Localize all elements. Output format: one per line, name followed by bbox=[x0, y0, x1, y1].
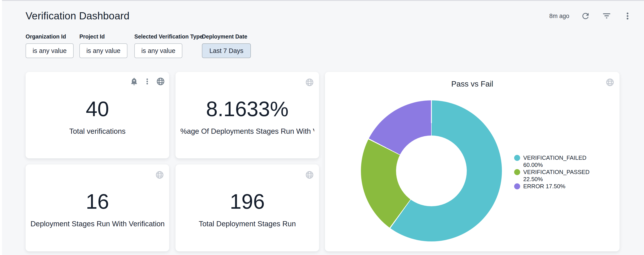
filter-field-deployment-date[interactable]: Last 7 Days bbox=[202, 43, 251, 58]
explore-from-here-button[interactable] bbox=[156, 77, 165, 86]
tile-label: Deployment Stages Run With Verification bbox=[30, 220, 164, 228]
kebab-menu-icon bbox=[623, 12, 632, 21]
header-actions: 8m ago bbox=[549, 11, 632, 21]
legend-swatch bbox=[514, 183, 520, 189]
add-alert-bell-icon bbox=[130, 77, 138, 86]
tile-total-verifications: 40 Total verifications bbox=[26, 72, 169, 158]
tile-menu-button[interactable] bbox=[144, 78, 151, 85]
chart-title: Pass vs Fail bbox=[325, 79, 620, 88]
kebab-menu-icon bbox=[144, 78, 151, 85]
legend-entry-verification-passed[interactable]: VERIFICATION_PASSED 22.50% bbox=[514, 168, 608, 183]
page-title: Verification Dashboard bbox=[26, 10, 130, 22]
legend-entry-error[interactable]: ERROR 17.50% bbox=[514, 183, 608, 190]
add-alert-button[interactable] bbox=[130, 77, 138, 86]
tile-value: 16 bbox=[26, 191, 169, 212]
legend-label: VERIFICATION_FAILED 60.00% bbox=[523, 154, 593, 168]
filter-label: Organization Id bbox=[26, 33, 74, 40]
globe-icon bbox=[156, 77, 165, 86]
tile-hover-actions bbox=[130, 77, 165, 86]
chart-legend: VERIFICATION_FAILED 60.00% VERIFICATION_… bbox=[514, 154, 608, 190]
tile-value: 40 bbox=[26, 99, 169, 119]
legend-label: VERIFICATION_PASSED 22.50% bbox=[523, 168, 593, 183]
tile-label: Total verifications bbox=[30, 127, 164, 136]
filter-field-verification-type[interactable]: is any value bbox=[134, 43, 182, 58]
filter-organization-id: Organization Id is any value bbox=[26, 33, 74, 58]
tile-total-stages-run: 196 Total Deployment Stages Run bbox=[176, 164, 319, 251]
filter-verification-type: Selected Verification Type is any value bbox=[134, 33, 203, 58]
filter-icon bbox=[602, 11, 612, 21]
tile-label: Total Deployment Stages Run bbox=[180, 220, 314, 228]
legend-entry-verification-failed[interactable]: VERIFICATION_FAILED 60.00% bbox=[514, 154, 608, 168]
tile-value: 196 bbox=[176, 191, 319, 212]
donut-hole bbox=[396, 136, 467, 206]
filter-label: Deployment Date bbox=[202, 33, 251, 40]
dashboard-filters-button[interactable] bbox=[602, 11, 612, 21]
page-left-edge bbox=[0, 0, 2, 255]
filter-label: Project Id bbox=[80, 33, 128, 40]
filter-deployment-date: Deployment Date Last 7 Days bbox=[202, 33, 251, 58]
filter-value: is any value bbox=[141, 47, 175, 55]
legend-swatch bbox=[514, 169, 520, 175]
filter-value: is any value bbox=[86, 47, 120, 55]
filter-value: is any value bbox=[32, 47, 66, 55]
dashboard-page: Verification Dashboard 8m ago Organizati… bbox=[0, 0, 644, 255]
filter-field-organization-id[interactable]: is any value bbox=[26, 43, 74, 58]
page-top-edge bbox=[0, 0, 644, 1]
legend-swatch bbox=[514, 155, 520, 161]
tile-stages-run-with-verification: 16 Deployment Stages Run With Verificati… bbox=[26, 164, 169, 251]
filter-project-id: Project Id is any value bbox=[80, 33, 128, 58]
refresh-icon bbox=[581, 11, 590, 21]
globe-icon[interactable] bbox=[155, 170, 164, 180]
globe-icon[interactable] bbox=[305, 170, 314, 180]
last-refresh-time: 8m ago bbox=[549, 13, 569, 20]
tile-value: 8.1633% bbox=[176, 99, 319, 119]
dashboard-menu-button[interactable] bbox=[623, 12, 632, 21]
refresh-button[interactable] bbox=[581, 11, 590, 21]
filter-label: Selected Verification Type bbox=[134, 33, 203, 40]
filter-field-project-id[interactable]: is any value bbox=[80, 43, 128, 58]
tile-pct-stages-with-verification: 8.1633% %age Of Deployments Stages Run W… bbox=[176, 72, 319, 158]
tile-pass-vs-fail-chart: Pass vs Fail VERIFICATION_FAILED 60.00% … bbox=[325, 72, 620, 251]
tile-label: %age Of Deployments Stages Run With V… bbox=[180, 127, 314, 136]
legend-label: ERROR 17.50% bbox=[523, 183, 565, 190]
filter-value: Last 7 Days bbox=[209, 47, 243, 55]
globe-icon[interactable] bbox=[305, 78, 314, 88]
